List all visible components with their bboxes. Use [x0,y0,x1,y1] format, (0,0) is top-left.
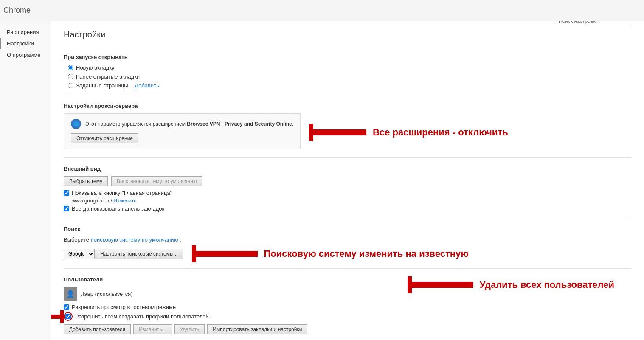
sidebar-item-extensions[interactable]: Расширения [0,26,51,38]
allow-guest-checkbox-row: Разрешить просмотр в гостевом режиме [64,304,631,310]
user-avatar: 👤 [64,287,77,301]
appearance-section-title: Внешний вид [64,166,631,172]
delete-user-button[interactable]: Удалить [174,324,205,334]
users-arrow-icon [408,276,475,293]
search-box [555,21,631,26]
startup-specific-label: Заданные страницы [76,82,128,89]
home-url-row: www.google.com/ Изменить [72,198,631,204]
users-delete-annotation: Удалить всех пользователей [480,279,614,290]
search-colon: . [180,236,181,243]
proxy-box: 🌐 Этот параметр управляется расширением … [64,113,301,149]
startup-specific-radio[interactable] [68,83,73,88]
proxy-arrow-icon [309,124,368,141]
startup-new-tab-radio[interactable] [68,65,73,70]
sidebar-about-label: О программе [7,52,41,58]
disable-extension-button[interactable]: Отключить расширение [71,133,138,143]
search-engine-row: Google Настроить поисковые системы... По… [64,245,631,262]
user-name-label: Лавр (используется) [81,291,133,297]
add-user-button[interactable]: Добавить пользователя [64,324,131,334]
default-search-link[interactable]: поисковую систему по умолчанию [91,236,178,243]
restore-theme-button[interactable]: Восстановить тему по умолчанию [111,176,202,186]
startup-add-link[interactable]: Добавить [135,82,159,89]
content-area: Настройки При запуске открывать Новую вк… [51,21,644,340]
search-arrow-icon [192,245,260,262]
divider-3 [64,218,631,218]
sidebar: Расширения Настройки О программе [0,21,51,340]
allow-guest-checkbox[interactable] [64,304,69,310]
show-bookmarks-checkbox[interactable] [64,206,69,211]
startup-specific: Заданные страницы Добавить [68,82,631,89]
globe-icon: 🌐 [71,119,81,129]
allow-create-label: Разрешить всем создавать профили пользов… [75,313,209,320]
import-bookmarks-button[interactable]: Импортировать закладки и настройки [207,324,307,334]
allow-create-row: Разрешить всем создавать профили пользов… [64,312,631,321]
search-annotation-text: Поисковую систему изменить на известную [264,248,469,259]
search-choose-label: Выберите [64,236,89,243]
show-home-checkbox-row: Показывать кнопку "Главная страница" [64,190,631,196]
startup-section-title: При запуске открывать [64,54,631,60]
users-annotation-row: Удалить всех пользователей [408,276,614,293]
search-default-label-row: Выберите поисковую систему по умолчанию … [64,236,631,243]
startup-options: Новую вкладку Ранее открытые вкладки Зад… [68,65,631,89]
startup-prev-tabs: Ранее открытые вкладки [68,73,631,80]
show-bookmarks-label: Всегда показывать панель закладок [72,205,164,212]
edit-user-button[interactable]: Изменить... [133,324,172,334]
startup-new-tab: Новую вкладку [68,65,631,71]
proxy-annotation-text: Все расширения - отключить [373,127,508,138]
show-home-label: Показывать кнопку "Главная страница" [72,190,172,196]
sidebar-item-settings[interactable]: Настройки [0,38,51,49]
divider-2 [64,157,631,158]
divider-4 [64,268,631,269]
main-layout: Расширения Настройки О программе Настрой… [0,21,644,340]
choose-theme-button[interactable]: Выбрать тему [64,176,108,186]
search-engine-select[interactable]: Google [64,249,95,259]
show-home-checkbox[interactable] [64,190,69,196]
appearance-buttons: Выбрать тему Восстановить тему по умолча… [64,176,631,186]
show-bookmarks-checkbox-row: Всегда показывать панель закладок [64,205,631,212]
search-controls: Google Настроить поисковые системы... [64,249,183,259]
users-section: Пользователи 👤 Лавр (используется) [64,276,631,334]
startup-prev-tabs-label: Ранее открытые вкладки [76,73,140,80]
home-url: www.google.com/ [72,198,112,204]
configure-search-button[interactable]: Настроить поисковые системы... [95,249,183,259]
allow-guest-label: Разрешить просмотр в гостевом режиме [72,304,176,310]
proxy-annotation-row: Все расширения - отключить [309,124,508,141]
search-input[interactable] [555,21,631,26]
avatar-icon: 👤 [66,290,75,298]
divider-1 [64,95,631,95]
user-action-buttons: Добавить пользователя Изменить... Удалит… [64,324,631,334]
proxy-extension-name: Browsec VPN - Privacy and Security Onlin… [187,121,292,127]
startup-new-tab-label: Новую вкладку [76,65,115,71]
search-section-title: Поиск [64,226,631,232]
proxy-text: Этот параметр управляется расширением Br… [85,121,293,127]
top-bar: Chrome [0,0,644,21]
startup-prev-tabs-radio[interactable] [68,74,73,79]
page-title: Настройки [64,30,105,39]
app-title: Chrome [3,6,31,15]
sidebar-extensions-label: Расширения [7,29,39,35]
uncheck-arrow-icon [51,310,64,323]
proxy-info-row: 🌐 Этот параметр управляется расширением … [71,119,293,129]
sidebar-settings-label: Настройки [7,40,34,47]
sidebar-item-about[interactable]: О программе [0,49,51,61]
change-home-link[interactable]: Изменить [113,198,136,204]
allow-create-checkbox[interactable] [65,314,71,319]
search-annotation-row: Поисковую систему изменить на известную [192,245,469,262]
proxy-section-title: Настройки прокси-сервера [64,103,631,109]
circle-annotation [64,312,73,321]
